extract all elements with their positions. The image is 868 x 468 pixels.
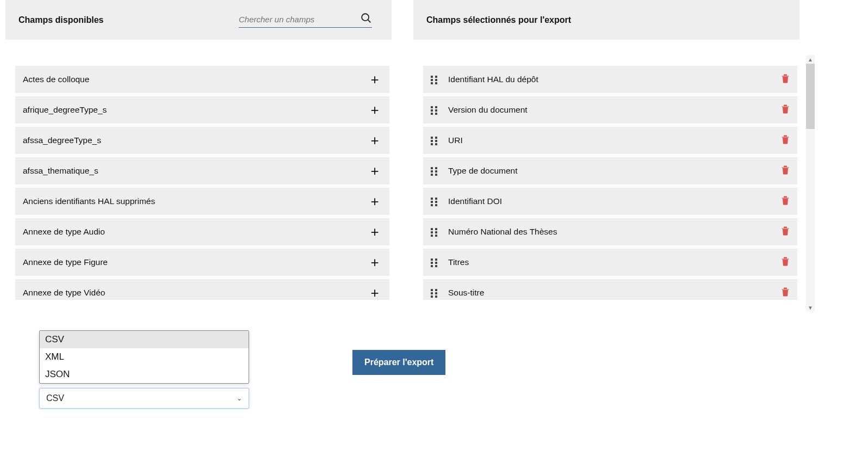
selected-fields-header: Champs sélectionnés pour l'export (413, 0, 799, 40)
selected-field-label: Identifiant DOI (448, 196, 781, 206)
scroll-thumb[interactable] (806, 64, 815, 129)
selected-fields-list[interactable]: Identifiant HAL du dépôtVersion du docum… (423, 66, 799, 300)
selected-field-item[interactable]: Numéro National des Thèses (423, 218, 797, 245)
field-label: Annexe de type Audio (23, 227, 105, 237)
remove-field-button[interactable] (781, 256, 790, 268)
scroll-up-arrow[interactable]: ▲ (806, 55, 815, 64)
available-fields-title: Champs disponibles (18, 15, 103, 25)
selected-field-label: Version du document (448, 105, 781, 115)
svg-line-1 (368, 20, 371, 23)
available-field-item: Annexe de type Audio+ (15, 218, 389, 245)
selected-field-label: Identifiant HAL du dépôt (448, 75, 781, 84)
field-label: afrique_degreeType_s (23, 105, 107, 115)
remove-field-button[interactable] (781, 195, 790, 207)
selected-field-item[interactable]: URI (423, 127, 797, 154)
selected-fields-title: Champs sélectionnés pour l'export (426, 15, 571, 25)
selected-field-label: Sous-titre (448, 288, 781, 298)
available-fields-list[interactable]: Actes de colloque+afrique_degreeType_s+a… (15, 66, 392, 300)
prepare-export-button[interactable]: Préparer l'export (352, 350, 445, 375)
add-field-button[interactable]: + (368, 103, 382, 117)
available-field-item: Annexe de type Vidéo+ (15, 279, 389, 300)
drag-handle-icon[interactable] (431, 137, 438, 144)
drag-handle-icon[interactable] (431, 228, 438, 236)
search-input[interactable] (239, 15, 356, 24)
field-label: Anciens identifiants HAL supprimés (23, 196, 155, 206)
drag-handle-icon[interactable] (431, 258, 438, 266)
available-field-item: Actes de colloque+ (15, 66, 389, 93)
available-field-item: afrique_degreeType_s+ (15, 96, 389, 124)
add-field-button[interactable]: + (368, 133, 382, 147)
export-footer: CSV XML JSON CSV ⌄ Préparer l'export (5, 334, 863, 410)
available-fields-panel: Actes de colloque+afrique_degreeType_s+a… (5, 55, 392, 311)
remove-field-button[interactable] (781, 226, 790, 238)
available-field-item: afssa_thematique_s+ (15, 157, 389, 184)
outer-scrollbar[interactable]: ▲ ▼ (806, 55, 815, 312)
field-label: afssa_degreeType_s (23, 136, 101, 145)
selected-field-item[interactable]: Identifiant DOI (423, 188, 797, 215)
field-label: afssa_thematique_s (23, 166, 98, 176)
add-field-button[interactable]: + (368, 286, 382, 300)
remove-field-button[interactable] (781, 104, 790, 116)
svg-point-0 (362, 14, 369, 21)
selected-field-label: URI (448, 136, 781, 145)
scroll-down-arrow[interactable]: ▼ (806, 303, 815, 312)
selected-field-item[interactable]: Version du document (423, 96, 797, 124)
chevron-down-icon: ⌄ (237, 395, 242, 402)
search-field-wrap[interactable] (239, 12, 372, 28)
selected-field-label: Titres (448, 257, 781, 267)
selected-field-item[interactable]: Titres (423, 249, 797, 276)
available-field-item: Anciens identifiants HAL supprimés+ (15, 188, 389, 215)
field-label: Actes de colloque (23, 75, 89, 84)
selected-field-item[interactable]: Identifiant HAL du dépôt (423, 66, 797, 93)
add-field-button[interactable]: + (368, 164, 382, 178)
add-field-button[interactable]: + (368, 225, 382, 239)
remove-field-button[interactable] (781, 134, 790, 146)
selected-fields-panel: Identifiant HAL du dépôtVersion du docum… (413, 55, 799, 311)
available-field-item: Annexe de type Figure+ (15, 249, 389, 276)
selected-field-label: Numéro National des Thèses (448, 227, 781, 237)
remove-field-button[interactable] (781, 73, 790, 85)
drag-handle-icon[interactable] (431, 76, 438, 83)
drag-handle-icon[interactable] (431, 198, 438, 205)
option-json[interactable]: JSON (40, 366, 249, 383)
search-icon[interactable] (360, 12, 372, 26)
available-field-item: afssa_degreeType_s+ (15, 127, 389, 154)
drag-handle-icon[interactable] (431, 289, 438, 297)
field-label: Annexe de type Figure (23, 257, 108, 267)
add-field-button[interactable]: + (368, 255, 382, 269)
remove-field-button[interactable] (781, 165, 790, 177)
selected-field-label: Type de document (448, 166, 781, 176)
drag-handle-icon[interactable] (431, 106, 438, 114)
field-label: Annexe de type Vidéo (23, 288, 105, 298)
format-select[interactable]: CSV ⌄ (39, 388, 249, 409)
scroll-track[interactable] (806, 64, 815, 303)
option-csv[interactable]: CSV (40, 331, 249, 348)
add-field-button[interactable]: + (368, 194, 382, 208)
format-options-popup: CSV XML JSON (39, 330, 249, 384)
remove-field-button[interactable] (781, 287, 790, 299)
selected-field-item[interactable]: Sous-titre (423, 279, 797, 300)
option-xml[interactable]: XML (40, 348, 249, 366)
available-fields-header: Champs disponibles (5, 0, 392, 40)
format-select-value: CSV (46, 393, 64, 403)
selected-field-item[interactable]: Type de document (423, 157, 797, 184)
add-field-button[interactable]: + (368, 72, 382, 87)
drag-handle-icon[interactable] (431, 167, 438, 175)
